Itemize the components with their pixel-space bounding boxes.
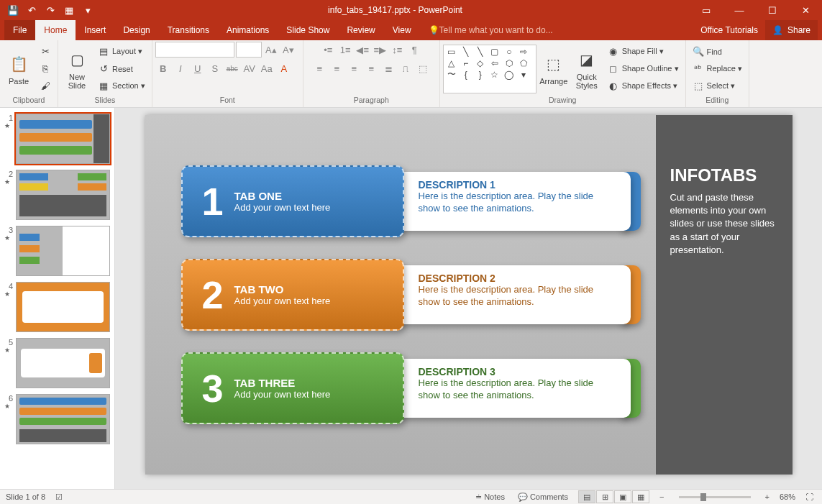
paste-button[interactable]: 📋Paste <box>3 43 35 95</box>
strikethrough-button[interactable]: abc <box>224 60 240 76</box>
change-case-button[interactable]: Aa <box>259 60 275 76</box>
tab-insert[interactable]: Insert <box>76 20 114 40</box>
zoom-out-button[interactable]: − <box>657 492 667 501</box>
tab-home[interactable]: Home <box>35 20 76 40</box>
thumbnail-1[interactable]: 1★ <box>0 111 114 167</box>
shape-star-icon: ☆ <box>488 70 501 80</box>
bold-button[interactable]: B <box>155 60 171 76</box>
tab-view[interactable]: View <box>384 20 420 40</box>
slideshow-view-button[interactable]: ▦ <box>632 490 649 503</box>
char-spacing-button[interactable]: AV <box>242 60 257 76</box>
align-text-button[interactable]: ⎍ <box>398 60 414 76</box>
customize-qat-button[interactable]: ▾ <box>79 1 96 19</box>
sorter-view-button[interactable]: ⊞ <box>596 490 613 503</box>
infotab-1[interactable]: DESCRIPTION 1 Here is the description ar… <box>181 165 631 237</box>
underline-button[interactable]: U <box>190 60 206 76</box>
grow-font-button[interactable]: A▴ <box>263 42 279 58</box>
slide-thumbnail-panel[interactable]: 1★ 2★ 3★ 4★ 5★ 6★ <box>0 108 115 489</box>
slide-canvas-area[interactable]: INFOTABS Cut and paste these elements in… <box>115 108 822 489</box>
tab-design[interactable]: Design <box>114 20 158 40</box>
close-button[interactable]: ✕ <box>789 0 822 20</box>
shape-fill-button[interactable]: ◉Shape Fill ▾ <box>604 44 682 60</box>
shape-curve-icon: 〜 <box>445 70 458 80</box>
smartart-button[interactable]: ⬚ <box>415 60 431 76</box>
increase-indent-button[interactable]: ≡▶ <box>372 42 388 58</box>
align-center-button[interactable]: ≡ <box>329 60 344 76</box>
group-editing-label: Editing <box>689 96 746 106</box>
shapes-gallery[interactable]: ▭╲╲▢○⇨ △⌐◇⇦⬡⬠ 〜{}☆◯▾ <box>443 45 536 93</box>
arrange-button[interactable]: ⬚Arrange <box>538 43 570 95</box>
decrease-indent-button[interactable]: ◀≡ <box>355 42 370 58</box>
thumbnail-4[interactable]: 4★ <box>0 279 114 335</box>
group-paragraph-label: Paragraph <box>306 96 437 106</box>
office-tutorials-link[interactable]: Office Tutorials <box>693 20 765 40</box>
tab-animations[interactable]: Animations <box>218 20 278 40</box>
group-slides-label: Slides <box>61 96 149 106</box>
tab-file[interactable]: File <box>4 20 35 40</box>
shape-line2-icon: ╲ <box>474 47 487 57</box>
justify-button[interactable]: ≡ <box>363 60 379 76</box>
select-button[interactable]: ⬚Select ▾ <box>689 78 746 94</box>
thumbnail-3[interactable]: 3★ <box>0 223 114 279</box>
shape-brace-r-icon: } <box>474 70 487 80</box>
line-spacing-button[interactable]: ↕≡ <box>389 42 405 58</box>
shadow-button[interactable]: S <box>207 60 223 76</box>
new-slide-button[interactable]: ▢New Slide <box>61 43 93 95</box>
spell-check-button[interactable]: ☑ <box>52 492 65 502</box>
format-painter-button[interactable]: 🖌 <box>36 78 55 94</box>
shape-effects-button[interactable]: ◐Shape Effects ▾ <box>604 78 682 94</box>
notes-button[interactable]: ≐ Notes <box>472 492 508 502</box>
undo-button[interactable]: ↶ <box>23 1 40 19</box>
numbering-button[interactable]: 1≡ <box>337 42 353 58</box>
shape-outline-button[interactable]: ◻Shape Outline ▾ <box>604 61 682 77</box>
arrange-icon: ⬚ <box>542 52 565 75</box>
thumb-number: 6 <box>4 394 13 403</box>
tab-review[interactable]: Review <box>338 20 383 40</box>
copy-button[interactable]: ⎘ <box>36 61 55 77</box>
comments-button[interactable]: 💬 Comments <box>515 492 571 502</box>
tellme-search[interactable]: 💡 Tell me what you want to do... <box>420 20 562 40</box>
align-left-button[interactable]: ≡ <box>311 60 327 76</box>
infotab-2[interactable]: DESCRIPTION 2 Here is the description ar… <box>181 259 631 331</box>
section-button[interactable]: ▦Section ▾ <box>94 78 149 94</box>
thumbnail-2[interactable]: 2★ <box>0 167 114 223</box>
normal-view-button[interactable]: ▤ <box>578 490 595 503</box>
replace-button[interactable]: ᵃᵇReplace ▾ <box>689 61 746 77</box>
columns-button[interactable]: ≣ <box>380 60 396 76</box>
animation-star-icon: ★ <box>4 290 13 298</box>
layout-button[interactable]: ▤Layout ▾ <box>94 44 149 60</box>
replace-icon: ᵃᵇ <box>693 63 704 75</box>
slide-side-panel[interactable]: INFOTABS Cut and paste these elements in… <box>656 115 793 475</box>
tab-title: TAB ONE <box>234 190 331 202</box>
start-from-beginning-button[interactable]: ▦ <box>60 1 78 19</box>
zoom-in-button[interactable]: + <box>762 492 772 501</box>
shrink-font-button[interactable]: A▾ <box>280 42 296 58</box>
reset-button[interactable]: ↺Reset <box>94 61 149 77</box>
text-direction-button[interactable]: ¶ <box>406 42 422 58</box>
zoom-slider[interactable] <box>679 496 751 498</box>
find-button[interactable]: 🔍Find <box>689 44 746 60</box>
infotab-3[interactable]: DESCRIPTION 3 Here is the description ar… <box>181 352 631 424</box>
italic-button[interactable]: I <box>173 60 188 76</box>
maximize-button[interactable]: ☐ <box>756 0 789 20</box>
font-family-combo[interactable] <box>155 42 234 58</box>
tab-slideshow[interactable]: Slide Show <box>278 20 338 40</box>
ribbon-options-button[interactable]: ▭ <box>690 0 723 20</box>
font-color-button[interactable]: A <box>276 60 292 76</box>
cut-button[interactable]: ✂ <box>36 44 55 60</box>
thumbnail-5[interactable]: 5★ <box>0 335 114 391</box>
redo-button[interactable]: ↷ <box>42 1 59 19</box>
save-button[interactable]: 💾 <box>4 1 22 19</box>
tab-transitions[interactable]: Transitions <box>159 20 218 40</box>
quick-styles-button[interactable]: ◪Quick Styles <box>571 43 603 95</box>
zoom-level-label[interactable]: 68% <box>780 492 795 501</box>
reading-view-button[interactable]: ▣ <box>614 490 631 503</box>
share-button[interactable]: 👤Share <box>765 20 818 40</box>
thumbnail-6[interactable]: 6★ <box>0 391 114 447</box>
fit-to-window-button[interactable]: ⛶ <box>803 492 816 501</box>
slide[interactable]: INFOTABS Cut and paste these elements in… <box>145 115 793 475</box>
align-right-button[interactable]: ≡ <box>346 60 362 76</box>
font-size-combo[interactable] <box>236 42 262 58</box>
minimize-button[interactable]: — <box>723 0 756 20</box>
bullets-button[interactable]: •≡ <box>320 42 336 58</box>
